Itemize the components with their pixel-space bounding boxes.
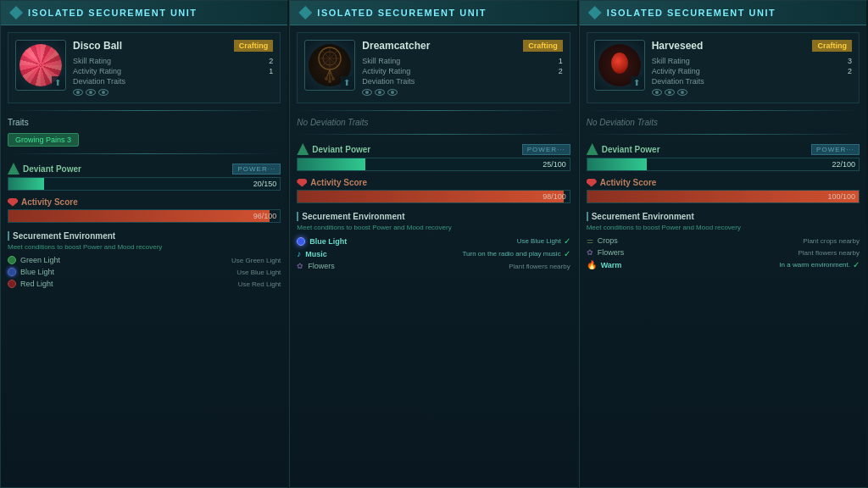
red-light-name: Red Light	[20, 280, 53, 288]
heart-icon-3	[587, 179, 597, 187]
no-traits-3: No Deviation Traits	[580, 114, 866, 130]
env-title-3: Securement Environment	[587, 212, 860, 221]
header-icon-3	[588, 6, 602, 19]
warm-action-3: In a warm environment.	[779, 261, 850, 269]
activity-rating-value-3: 2	[848, 67, 852, 75]
env-title-1: Securement Environment	[8, 231, 281, 241]
item-name-1: Disco Ball	[73, 40, 122, 52]
trait-icons-1	[73, 89, 273, 96]
activity-rating-label-1: Activity Rating	[73, 67, 121, 75]
env-item-2-flowers: ✿ Flowers Plant flowers nearby	[297, 262, 570, 270]
activity-rating-label-3: Activity Rating	[652, 67, 700, 75]
red-light-action: Use Red Light	[238, 280, 281, 288]
power-icon-1	[8, 163, 19, 175]
music-name-2: Music	[305, 250, 327, 258]
panel-disco-ball: ISOLATED SECUREMENT UNIT ⬆ Disco Ball Cr…	[0, 0, 289, 488]
warm-icon-3: 🔥	[587, 260, 597, 269]
green-light-action: Use Green Light	[231, 257, 281, 264]
power-section-2: Deviant Power POWER··· 25/100	[290, 140, 576, 175]
divider-2	[297, 110, 570, 111]
item-image-3: ⬆	[594, 40, 645, 91]
env-subtitle-2: Meet conditions to boost Power and Mood …	[297, 224, 570, 231]
power-bar-fill-3	[587, 158, 647, 170]
env-subtitle-1: Meet conditions to boost Power and Mood …	[8, 243, 281, 251]
power-bar-fill-1	[8, 178, 44, 190]
eye-icon-1a	[73, 89, 83, 96]
skill-label-2: Skill Rating	[362, 57, 400, 65]
eye-icon-2a	[362, 89, 372, 96]
eye-icon-1c	[98, 89, 108, 96]
item-card-1: ⬆ Disco Ball Crafting Skill Rating 2 Act…	[8, 32, 281, 103]
power-section-3: Deviant Power POWER··· 22/100	[580, 140, 866, 175]
svg-point-9	[325, 77, 328, 80]
music-action-2: Turn on the radio and play music	[462, 250, 560, 258]
blue-light-icon	[8, 268, 16, 276]
env-section-3: Securement Environment Meet conditions t…	[580, 208, 866, 276]
env-item-1-green: Green Light Use Green Light	[8, 256, 281, 264]
env-item-1-red: Red Light Use Red Light	[8, 280, 281, 288]
red-light-icon	[8, 280, 16, 288]
activity-bar-1: 96/100	[8, 209, 281, 223]
activity-bar-2: 98/100	[297, 190, 570, 203]
env-item-3-flowers: ✿ Flowers Plant flowers nearby	[587, 248, 860, 257]
skill-label-3: Skill Rating	[652, 57, 690, 65]
skill-value-3: 3	[848, 57, 852, 65]
svg-point-10	[328, 80, 331, 83]
skill-value-2: 1	[559, 57, 563, 65]
flower-icon-2: ✿	[297, 262, 303, 270]
activity-label-2: Activity Score	[310, 178, 367, 187]
item-name-3: Harveseed	[652, 40, 704, 52]
panel-dreamcatcher: ISOLATED SECUREMENT UNIT	[289, 0, 578, 488]
eye-icon-3b	[665, 89, 675, 96]
item-info-1: Disco Ball Crafting Skill Rating 2 Activ…	[73, 40, 273, 96]
music-check-2: ✓	[564, 249, 570, 258]
activity-section-1: Activity Score 96/100	[1, 194, 287, 226]
blue-light-name-2: Blue Light	[309, 237, 347, 246]
env-item-3-warm: 🔥 Warm In a warm environment. ✓	[587, 260, 860, 269]
power-label-3: Deviant Power	[602, 145, 660, 154]
flowers-action-2: Plant flowers nearby	[509, 263, 570, 270]
trait-icons-3	[652, 89, 852, 96]
env-item-2-blue: Blue Light Use Blue Light ✓	[297, 236, 570, 246]
power-label-2: Deviant Power	[312, 145, 370, 154]
activity-bar-fill-1	[8, 210, 270, 222]
eye-icon-3a	[652, 89, 662, 96]
item-image-1: ⬆	[15, 40, 66, 91]
upload-icon-3[interactable]: ⬆	[631, 76, 643, 88]
green-light-name: Green Light	[20, 256, 60, 264]
upload-icon-2[interactable]: ⬆	[341, 76, 353, 88]
env-item-1-blue: Blue Light Use Blue Light	[8, 268, 281, 276]
activity-section-2: Activity Score 98/100	[290, 175, 576, 207]
blue-light-action-2: Use Blue Light	[517, 237, 561, 245]
no-traits-2: No Deviation Traits	[290, 114, 576, 130]
activity-rating-value-1: 1	[269, 67, 273, 75]
header-icon-1	[9, 6, 23, 19]
divider-2b	[297, 134, 570, 135]
header-icon-2	[298, 6, 312, 19]
crops-icon-3: ⚌	[587, 236, 593, 245]
env-item-3-crops: ⚌ Crops Plant crops nearby	[587, 236, 860, 245]
panel-header-1: ISOLATED SECUREMENT UNIT	[1, 1, 287, 25]
crafting-badge-1: Crafting	[234, 40, 274, 52]
power-icon-2	[297, 143, 309, 155]
green-light-icon	[8, 256, 16, 264]
panel-harveseed: ISOLATED SECUREMENT UNIT ⬆ Harveseed Cra…	[579, 0, 868, 488]
warm-check-3: ✓	[853, 260, 860, 269]
power-badge-3: POWER···	[811, 144, 860, 155]
panel-title-3: ISOLATED SECUREMENT UNIT	[607, 8, 776, 18]
blue-light-name: Blue Light	[20, 268, 54, 276]
item-info-3: Harveseed Crafting Skill Rating 3 Activi…	[652, 40, 852, 96]
flowers-name-3: Flowers	[598, 248, 625, 257]
upload-icon-1[interactable]: ⬆	[52, 76, 64, 88]
blue-light-check-2: ✓	[564, 236, 570, 246]
power-text-3: 22/100	[832, 160, 855, 169]
panel-title-1: ISOLATED SECUREMENT UNIT	[28, 8, 198, 18]
power-bar-2: 25/100	[297, 158, 570, 171]
item-card-2: ⬆ Dreamcatcher Crafting Skill Rating 1 A…	[297, 32, 570, 103]
svg-point-11	[331, 77, 335, 80]
activity-bar-3: 100/100	[587, 190, 860, 203]
traits-section-1: Traits Growing Pains 3	[1, 114, 287, 150]
skill-label-1: Skill Rating	[73, 57, 111, 65]
eye-icon-2c	[387, 89, 398, 96]
deviation-label-2: Deviation Traits	[362, 77, 415, 86]
